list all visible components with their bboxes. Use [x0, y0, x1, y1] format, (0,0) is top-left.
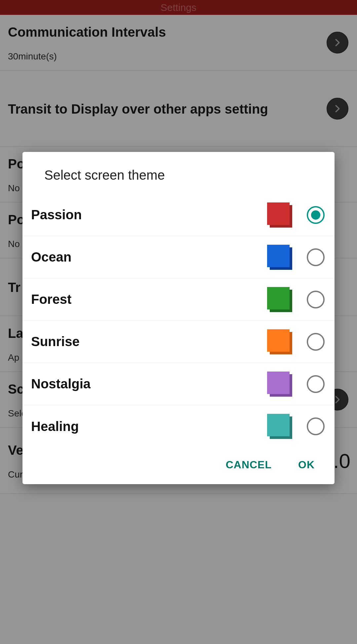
theme-radio[interactable] [307, 206, 325, 224]
theme-radio[interactable] [307, 417, 325, 435]
theme-option-healing[interactable]: Healing [22, 405, 335, 447]
theme-swatch-icon [267, 372, 292, 397]
theme-option-label: Ocean [31, 250, 267, 265]
ok-button[interactable]: OK [298, 459, 315, 471]
theme-radio[interactable] [307, 248, 325, 266]
theme-radio[interactable] [307, 291, 325, 308]
theme-option-forest[interactable]: Forest [22, 278, 335, 321]
theme-option-label: Passion [31, 207, 267, 222]
select-theme-dialog: Select screen theme PassionOceanForestSu… [22, 152, 335, 484]
theme-radio[interactable] [307, 375, 325, 393]
theme-swatch-icon [267, 414, 292, 439]
theme-options-list: PassionOceanForestSunriseNostalgiaHealin… [22, 194, 335, 447]
dialog-title: Select screen theme [22, 152, 335, 194]
theme-option-ocean[interactable]: Ocean [22, 236, 335, 278]
theme-option-label: Sunrise [31, 334, 267, 349]
theme-option-label: Nostalgia [31, 376, 267, 391]
theme-option-nostalgia[interactable]: Nostalgia [22, 363, 335, 405]
theme-swatch-icon [267, 329, 292, 354]
theme-swatch-icon [267, 202, 292, 228]
dialog-actions: CANCEL OK [22, 447, 335, 484]
theme-swatch-icon [267, 245, 292, 270]
theme-option-label: Forest [31, 292, 267, 307]
theme-radio[interactable] [307, 333, 325, 351]
theme-option-sunrise[interactable]: Sunrise [22, 321, 335, 363]
theme-option-label: Healing [31, 419, 267, 434]
cancel-button[interactable]: CANCEL [226, 459, 272, 471]
theme-swatch-icon [267, 287, 292, 312]
theme-option-passion[interactable]: Passion [22, 194, 335, 236]
